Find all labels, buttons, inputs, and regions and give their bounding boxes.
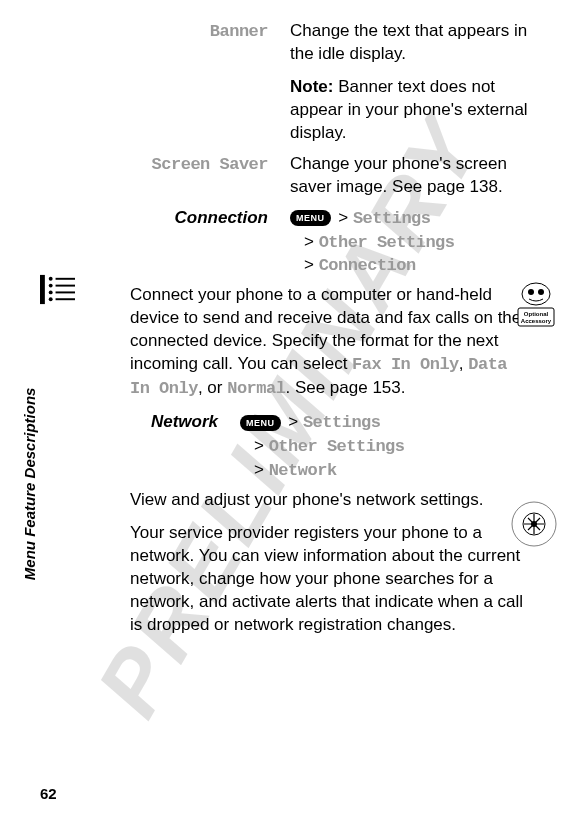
- screensaver-label: Screen Saver: [152, 155, 268, 174]
- side-section-label: Menu Feature Descriptions: [20, 388, 40, 581]
- banner-label: Banner: [210, 22, 268, 41]
- connection-heading-row: Connection MENU > Settings > Other Setti…: [100, 207, 530, 279]
- gt: >: [254, 460, 264, 479]
- svg-point-11: [538, 289, 544, 295]
- bc-line-3: > Network: [240, 459, 530, 483]
- bc-other-settings: Other Settings: [269, 437, 405, 456]
- svg-point-5: [49, 290, 53, 294]
- banner-desc-text: Change the text that appears in the idle…: [290, 20, 530, 66]
- page-number: 62: [40, 784, 57, 804]
- bc-settings: Settings: [353, 209, 431, 228]
- bc-network: Network: [269, 461, 337, 480]
- network-breadcrumb: MENU > Settings > Other Settings > Netwo…: [240, 411, 530, 483]
- menu-badge-icon: MENU: [240, 415, 281, 431]
- note-label: Note:: [290, 77, 333, 96]
- screensaver-term: Screen Saver: [100, 153, 290, 199]
- banner-term: Banner: [100, 20, 290, 145]
- connection-heading: Connection: [175, 208, 269, 227]
- conn-body-2: . See page 153.: [285, 378, 405, 397]
- fax-in-only: Fax In Only: [352, 355, 459, 374]
- page-content: Menu Feature Descriptions Banner Change …: [0, 0, 580, 667]
- banner-row: Banner Change the text that appears in t…: [100, 20, 530, 145]
- svg-point-17: [531, 521, 537, 527]
- network-subscription-icon: [510, 500, 558, 555]
- banner-desc: Change the text that appears in the idle…: [290, 20, 530, 145]
- sidebar-list-icon: [40, 272, 75, 314]
- gt: >: [304, 232, 314, 251]
- svg-rect-0: [40, 275, 45, 304]
- network-term: Network: [90, 411, 240, 483]
- network-body: View and adjust your phone's network set…: [130, 489, 530, 637]
- svg-point-1: [49, 277, 53, 281]
- svg-text:Accessory: Accessory: [521, 318, 552, 324]
- network-body-1: View and adjust your phone's network set…: [130, 489, 530, 512]
- optional-accessory-icon: Optional Accessory: [514, 280, 558, 337]
- svg-rect-2: [56, 278, 75, 280]
- screensaver-desc: Change your phone's screen saver image. …: [290, 153, 530, 199]
- svg-rect-8: [56, 298, 75, 300]
- bc-connection: Connection: [319, 256, 416, 275]
- sep1: ,: [459, 354, 468, 373]
- banner-note: Note: Banner text does not appear in you…: [290, 76, 530, 145]
- svg-point-3: [49, 284, 53, 288]
- gt: >: [338, 208, 348, 227]
- bc-line-2: > Other Settings: [290, 231, 530, 255]
- network-body-2: Your service provider registers your pho…: [130, 522, 530, 637]
- sep2: , or: [198, 378, 227, 397]
- normal: Normal: [227, 379, 285, 398]
- network-heading-row: Network MENU > Settings > Other Settings…: [90, 411, 530, 483]
- svg-point-9: [522, 283, 550, 305]
- bc-settings: Settings: [303, 413, 381, 432]
- network-heading: Network: [151, 412, 218, 431]
- svg-text:Optional: Optional: [524, 311, 549, 317]
- connection-term: Connection: [100, 207, 290, 279]
- connection-body: Connect your phone to a computer or hand…: [130, 284, 530, 401]
- screensaver-row: Screen Saver Change your phone's screen …: [100, 153, 530, 199]
- svg-point-7: [49, 297, 53, 301]
- svg-point-10: [528, 289, 534, 295]
- bc-other-settings: Other Settings: [319, 233, 455, 252]
- svg-rect-6: [56, 291, 75, 293]
- gt: >: [304, 255, 314, 274]
- bc-line-3: > Connection: [290, 254, 530, 278]
- bc-line-1: MENU > Settings: [240, 411, 530, 435]
- gt: >: [288, 412, 298, 431]
- bc-line-1: MENU > Settings: [290, 207, 530, 231]
- svg-rect-4: [56, 285, 75, 287]
- bc-line-2: > Other Settings: [240, 435, 530, 459]
- gt: >: [254, 436, 264, 455]
- menu-badge-icon: MENU: [290, 210, 331, 226]
- connection-breadcrumb: MENU > Settings > Other Settings > Conne…: [290, 207, 530, 279]
